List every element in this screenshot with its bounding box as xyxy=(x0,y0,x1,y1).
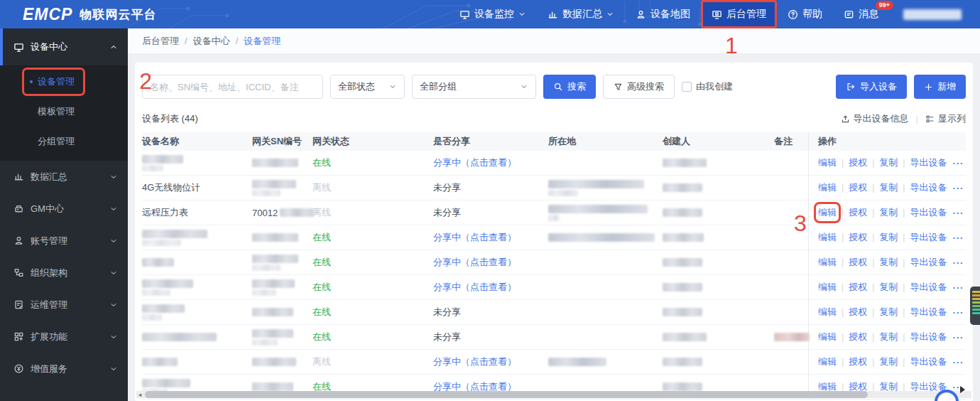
op-copy-link[interactable]: 复制 xyxy=(879,231,898,244)
redacted-blur xyxy=(142,279,193,288)
gateway-status: 离线 xyxy=(312,355,331,368)
breadcrumb-item[interactable]: 设备管理 xyxy=(244,35,281,48)
op-export-device-link[interactable]: 导出设备 xyxy=(910,181,947,194)
op-more-link[interactable]: ··· xyxy=(952,357,964,368)
op-export-device-link[interactable]: 导出设备 xyxy=(910,331,947,343)
sidebar-item-value-service[interactable]: 增值服务 xyxy=(0,353,128,385)
op-authorize-link[interactable]: 授权 xyxy=(849,281,867,294)
breadcrumb-item[interactable]: 设备中心 xyxy=(193,35,230,48)
op-export-device-link[interactable]: 导出设备 xyxy=(910,281,947,294)
op-copy-link[interactable]: 复制 xyxy=(879,206,898,219)
checkbox-box[interactable] xyxy=(682,82,692,92)
op-export-device-link[interactable]: 导出设备 xyxy=(910,355,947,368)
nav-item-help[interactable]: 帮助 xyxy=(777,0,833,28)
nav-item-admin-manage[interactable]: 后台管理 1 xyxy=(701,0,777,28)
sidebar-item-device-center[interactable]: 设备中心 xyxy=(0,28,128,65)
op-more-link[interactable]: ··· xyxy=(952,332,964,343)
scrollbar-thumb[interactable] xyxy=(145,391,868,398)
op-copy-link[interactable]: 复制 xyxy=(879,181,898,194)
share-status-link[interactable]: 分享中（点击查看） xyxy=(433,256,516,269)
op-more-link[interactable]: ··· xyxy=(952,183,964,193)
op-more-link[interactable]: ··· xyxy=(952,257,964,268)
op-edit-link[interactable]: 编辑3 xyxy=(818,206,837,219)
op-authorize-link[interactable]: 授权 xyxy=(849,206,867,219)
op-authorize-link[interactable]: 授权 xyxy=(849,355,867,368)
scroll-left-arrow[interactable]: ◂ xyxy=(136,391,143,398)
op-more-link[interactable]: ··· xyxy=(952,158,964,169)
nav-item-message[interactable]: 消息 99+ xyxy=(833,0,889,28)
op-edit-link[interactable]: 编辑 xyxy=(818,181,837,194)
op-copy-link[interactable]: 复制 xyxy=(879,156,898,169)
floating-side-widget[interactable] xyxy=(970,287,980,325)
op-more-link[interactable]: ··· xyxy=(952,282,964,293)
nav-item-label: 消息 xyxy=(859,8,878,21)
share-status-link[interactable]: 分享中（点击查看） xyxy=(433,281,516,294)
horizontal-scrollbar[interactable]: ◂ xyxy=(136,391,971,398)
op-copy-link[interactable]: 复制 xyxy=(879,331,898,343)
op-authorize-link[interactable]: 授权 xyxy=(849,156,867,169)
share-status-link[interactable]: 分享中（点击查看） xyxy=(433,231,516,244)
op-authorize-link[interactable]: 授权 xyxy=(849,331,867,343)
nav-item-device-map[interactable]: 设备地图 xyxy=(625,0,701,28)
op-edit-link[interactable]: 编辑 xyxy=(818,306,837,319)
op-authorize-link[interactable]: 授权 xyxy=(849,306,867,319)
nav-item-device-monitor[interactable]: 设备监控 xyxy=(449,0,537,28)
breadcrumb-item[interactable]: 后台管理 xyxy=(142,35,179,48)
floating-collapse-arrow[interactable] xyxy=(960,386,965,393)
add-device-button[interactable]: 新增 xyxy=(914,75,966,99)
op-copy-link[interactable]: 复制 xyxy=(879,355,898,368)
op-authorize-link[interactable]: 授权 xyxy=(849,181,867,194)
op-more-link[interactable]: ··· xyxy=(952,307,964,318)
group-select[interactable]: 全部分组 xyxy=(412,75,536,99)
sidebar-item-data-summary[interactable]: 数据汇总 xyxy=(0,161,128,193)
op-export-device-link[interactable]: 导出设备 xyxy=(910,306,947,319)
op-edit-link[interactable]: 编辑 xyxy=(818,231,837,244)
op-export-device-link[interactable]: 导出设备 xyxy=(910,256,947,269)
op-export-device-link[interactable]: 导出设备 xyxy=(910,231,947,244)
sidebar-item-template-manage[interactable]: 模板管理 xyxy=(0,97,128,127)
sidebar-item-gm-center[interactable]: GM中心 xyxy=(0,193,128,225)
op-more-link[interactable]: ··· xyxy=(952,232,964,243)
sidebar-item-account-manage[interactable]: 账号管理 xyxy=(0,225,128,257)
created-by-me-checkbox[interactable]: 由我创建 xyxy=(682,80,733,93)
export-device-info-link[interactable]: 导出设备信息 xyxy=(841,112,909,125)
brand-title: 物联网云平台 xyxy=(80,6,156,23)
device-list-card: 全部状态 全部分组 搜索 高级搜索 由我创建 导入设备 xyxy=(135,63,973,401)
chevron-down-icon xyxy=(109,173,118,181)
op-edit-link[interactable]: 编辑 xyxy=(818,331,837,343)
op-copy-link[interactable]: 复制 xyxy=(879,256,898,269)
op-edit-link[interactable]: 编辑 xyxy=(818,281,837,294)
op-edit-link[interactable]: 编辑 xyxy=(818,156,837,169)
op-export-device-link[interactable]: 导出设备 xyxy=(910,206,947,219)
nav-item-data-summary[interactable]: 数据汇总 xyxy=(537,0,625,28)
op-export-device-link[interactable]: 导出设备 xyxy=(910,156,947,169)
username-redacted[interactable] xyxy=(903,9,962,20)
op-authorize-link[interactable]: 授权 xyxy=(849,231,867,244)
device-search-input[interactable] xyxy=(142,75,323,99)
annotation-step-1: 1 xyxy=(725,34,738,57)
status-select[interactable]: 全部状态 xyxy=(330,75,405,99)
row-operations: 编辑|授权|复制|导出设备··· xyxy=(808,325,966,349)
device-name: 4G无线物位计 xyxy=(142,181,200,194)
breadcrumb-bar: 后台管理/设备中心/设备管理 xyxy=(128,28,980,54)
op-more-link[interactable]: ··· xyxy=(952,208,964,218)
advanced-search-button[interactable]: 高级搜索 xyxy=(603,75,675,99)
share-status-link[interactable]: 分享中（点击查看） xyxy=(433,156,516,169)
admin-icon xyxy=(712,9,722,20)
op-copy-link[interactable]: 复制 xyxy=(879,306,898,319)
redacted-blur xyxy=(252,255,298,263)
import-device-button[interactable]: 导入设备 xyxy=(836,75,907,99)
sidebar-item-label: 运维管理 xyxy=(31,299,67,311)
show-columns-link[interactable]: 显示列 xyxy=(925,112,966,125)
op-edit-link[interactable]: 编辑 xyxy=(818,355,837,368)
sidebar-item-org-structure[interactable]: 组织架构 xyxy=(0,257,128,289)
sidebar-item-extend-func[interactable]: 扩展功能 xyxy=(0,321,128,353)
op-authorize-link[interactable]: 授权 xyxy=(849,256,867,269)
op-edit-link[interactable]: 编辑 xyxy=(818,256,837,269)
sidebar-item-device-manage[interactable]: 设备管理 2 xyxy=(0,67,128,97)
search-button[interactable]: 搜索 xyxy=(543,75,596,99)
share-status-link[interactable]: 分享中（点击查看） xyxy=(433,355,516,368)
sidebar-item-group-manage[interactable]: 分组管理 xyxy=(0,127,128,156)
sidebar-item-ops-manage[interactable]: 运维管理 xyxy=(0,289,128,321)
op-copy-link[interactable]: 复制 xyxy=(879,281,898,294)
